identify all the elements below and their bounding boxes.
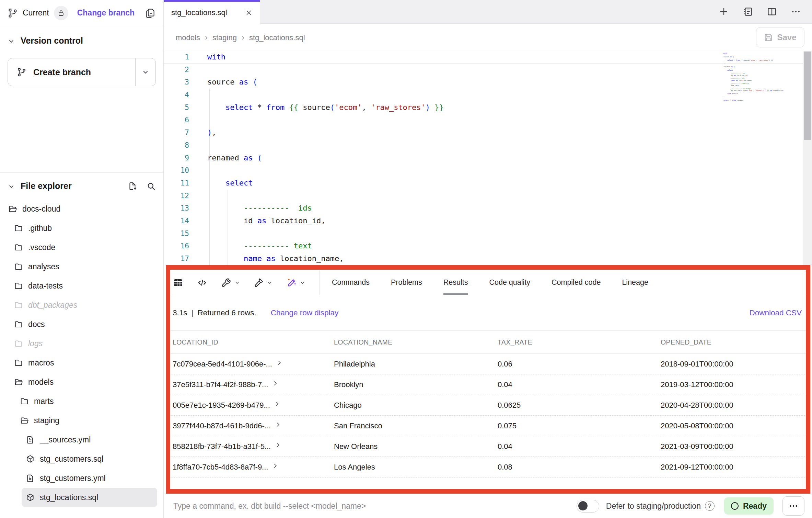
file-tree-item[interactable]: dbt_packages [0,295,163,315]
code-icon [197,277,208,288]
minimap[interactable]: withsource as ( select * from {{ source(… [723,53,796,102]
editor-tab-stg-locations[interactable]: stg_locations.sql [164,0,260,24]
table-cell: 1f8ffa70-7cb5-4d83-8a7f-9... [173,463,334,472]
chevron-down-icon [299,280,305,286]
file-tree-item[interactable]: analyses [0,257,163,276]
table-cell: 0.04 [498,380,661,389]
file-tree-item[interactable]: marts [0,392,163,411]
notebook-icon[interactable] [743,7,753,17]
build-tools-button[interactable] [221,277,240,288]
panel-tab-lineage[interactable]: Lineage [622,270,648,295]
file-tree-item[interactable]: .github [0,218,163,238]
broom-icon [253,277,264,288]
git-branch-icon [17,67,26,77]
expand-cell-chevron-icon[interactable] [272,383,278,386]
file-tree-item-label: macros [28,358,54,368]
chevron-down-icon [234,280,240,286]
file-tree-item-label: analyses [28,262,59,271]
expand-chevron-icon [272,380,278,386]
editor-tab-title: stg_locations.sql [171,8,227,17]
table-cell: 858218fb-73f7-4b1b-a31f-5... [173,442,334,451]
ready-status-badge[interactable]: Ready [724,497,774,515]
panel-tab-compiled-code[interactable]: Compiled code [552,270,601,295]
row-count-summary: Returned 6 rows. [197,308,256,317]
expand-cell-chevron-icon[interactable] [274,404,280,407]
folder-open-icon [8,204,17,213]
main-area: stg_locations.sql models›staging›stg_loc… [164,0,812,518]
expand-cell-chevron-icon[interactable] [272,465,278,469]
table-row: 005e7e1c-1935-4269-b479...Chicago0.06252… [171,395,809,416]
panel-tab-commands[interactable]: Commands [332,270,370,295]
more-actions-button[interactable] [782,496,804,516]
file-tree-item[interactable]: stg_customers.yml [0,469,163,488]
file-tree-item[interactable]: stg_locations.sql [22,488,157,507]
help-icon[interactable]: ? [705,501,715,511]
file-tree-item-label: stg_customers.sql [40,454,103,464]
results-table-body: 7c079cea-5ed4-4101-906e-...Philadelphia0… [171,354,809,477]
scrollbar-thumb[interactable] [804,52,811,140]
save-button[interactable]: Save [756,27,804,47]
copilot-fix-button[interactable] [286,277,305,288]
close-icon[interactable] [245,9,252,16]
table-row: 858218fb-73f7-4b1b-a31f-5...New Orleans0… [171,436,809,457]
copy-icon[interactable] [145,8,156,19]
file-tree-item[interactable]: __sources.yml [0,430,163,449]
file-tree-item-label: dbt_packages [28,301,77,310]
file-tree-item[interactable]: staging [0,411,163,430]
change-branch-link[interactable]: Change branch [77,8,135,18]
new-file-icon[interactable] [128,181,137,191]
file-tree-item[interactable]: logs [0,334,163,353]
command-bar: Defer to staging/production ? Ready [164,494,812,518]
table-cell: 2021-03-09T00:00:00 [661,442,809,451]
table-cell: 005e7e1c-1935-4269-b479... [173,401,334,410]
download-csv-link[interactable]: Download CSV [749,308,802,317]
folder-icon [14,339,23,348]
folder-icon [20,397,29,406]
file-tree-item[interactable]: docs [0,315,163,334]
file-tree-item[interactable]: docs-cloud [0,199,163,218]
code-line: 10 [164,164,812,177]
version-control-header[interactable]: Version control [8,36,156,46]
panel-tab-results[interactable]: Results [443,270,468,295]
breadcrumb-row: models›staging›stg_locations.sql Save [164,24,812,51]
expand-cell-chevron-icon[interactable] [275,424,281,428]
file-tree-item[interactable]: data-tests [0,276,163,295]
file-tree-item-label: logs [28,339,43,348]
file-tree-item[interactable]: .vscode [0,238,163,257]
editor-scrollbar[interactable] [803,51,812,266]
defer-toggle[interactable] [577,500,599,513]
change-row-display-link[interactable]: Change row display [271,308,339,317]
version-control-section: Version control Create branch [0,26,163,173]
results-grid-view-button[interactable] [173,277,184,288]
editor-tabstrip: stg_locations.sql [164,0,812,24]
file-tree-item-label: docs [28,320,45,329]
more-options-icon[interactable] [791,7,801,17]
file-explorer-header[interactable]: File explorer [0,181,163,191]
line-number: 10 [164,164,189,177]
code-view-button[interactable] [197,277,208,288]
table-row: 3977f440-b87d-461b-9dd6-...San Francisco… [171,416,809,436]
split-view-icon[interactable] [767,7,777,17]
new-tab-plus-icon[interactable] [719,7,729,17]
panel-tab-problems[interactable]: Problems [391,270,422,295]
format-button[interactable] [253,277,273,288]
code-line: select * from renamed [723,100,796,102]
code-editor[interactable]: 1with23source as (45 select * from {{ so… [164,51,812,266]
model-cube-icon [26,493,35,502]
expand-cell-chevron-icon[interactable] [275,445,281,448]
file-tree-item[interactable]: stg_customers.sql [0,449,163,469]
file-tree-item[interactable]: macros [0,353,163,372]
table-row: 7c079cea-5ed4-4101-906e-...Philadelphia0… [171,354,809,374]
file-tree-item[interactable]: models [0,372,163,392]
breadcrumb-item: staging [212,33,237,42]
version-control-title: Version control [21,36,83,46]
code-line: 11 select [164,177,812,190]
search-icon[interactable] [146,181,156,191]
command-input[interactable] [173,501,577,511]
panel-tab-code-quality[interactable]: Code quality [489,270,530,295]
expand-cell-chevron-icon[interactable] [276,362,282,366]
create-branch-caret[interactable] [136,58,155,86]
expand-chevron-icon [275,442,281,448]
git-branch-icon [8,8,18,18]
create-branch-button[interactable]: Create branch [8,58,136,86]
